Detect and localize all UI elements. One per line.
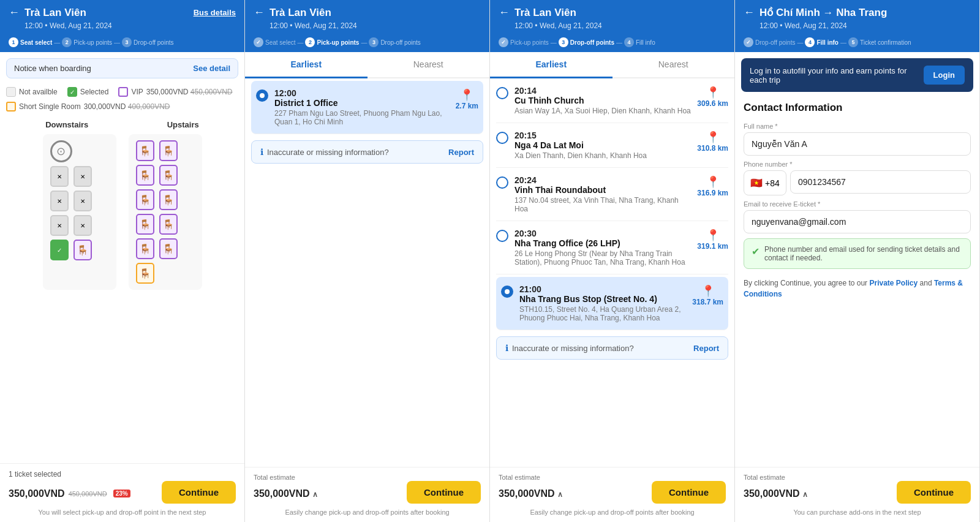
autofill-banner: Log in to autofill your info and earn po…: [741, 58, 973, 92]
seat-d5[interactable]: ✕: [50, 215, 69, 236]
pickup-time-0: 12:00: [274, 88, 450, 98]
step-pickup: 2 Pick-up points: [62, 37, 112, 47]
back-button-2[interactable]: ←: [254, 6, 265, 19]
radio-selected: [256, 89, 268, 102]
login-button[interactable]: Login: [924, 66, 965, 85]
tab-nearest-2[interactable]: Nearest: [368, 52, 490, 78]
panel3-body: Earliest Nearest 20:14 Cu Thinh Church A…: [490, 52, 734, 467]
dropoff-item-3[interactable]: 20:30 Nha Trang Office (26 LHP) 26 Le Ho…: [496, 221, 728, 274]
back-button-4[interactable]: ←: [744, 6, 755, 19]
info-icon-2: ℹ: [260, 147, 263, 157]
dropoff-item-1[interactable]: 20:15 Nga 4 Da Lat Moi Xa Dien Thanh, Di…: [496, 123, 728, 168]
pin-icon-0: 📍: [460, 88, 473, 102]
full-name-field: Full name *: [744, 123, 971, 156]
check-icon: ✔: [752, 246, 760, 257]
panel4-title: Hồ Chí Minh → Nha Trang: [760, 6, 887, 19]
radio-2: [496, 176, 508, 189]
panel3-title: Trà Lan Viên: [514, 7, 576, 19]
bus-details-link[interactable]: Bus details: [194, 8, 236, 17]
steps-bar: 1 Seat select — 2 Pick-up points — 3 Dro…: [9, 34, 236, 52]
step-seat-select: 1 Seat select: [9, 37, 52, 47]
panel-pickup: ← Trà Lan Viên 12:00 • Wed, Aug 21, 2024…: [245, 0, 490, 522]
seat-u3[interactable]: 🪑: [136, 165, 154, 186]
dropoff-tabs: Earliest Nearest: [490, 52, 734, 78]
seat-u9[interactable]: 🪑: [136, 238, 154, 259]
pin-icon-d0: 📍: [706, 86, 720, 99]
seat-u7[interactable]: 🪑: [136, 214, 154, 235]
seat-u6[interactable]: 🪑: [159, 189, 178, 210]
panel4-header: ← Hồ Chí Minh → Nha Trang 12:00 • Wed, A…: [735, 0, 979, 52]
panel4-footer: Total estimate 350,000VND ∧ Continue You…: [735, 467, 979, 522]
continue-button-2[interactable]: Continue: [407, 481, 481, 504]
back-button-3[interactable]: ←: [499, 6, 510, 19]
seat-d7-selected[interactable]: ✓: [50, 240, 69, 260]
inaccurate-banner-3: ℹ Inaccurate or missing information? Rep…: [496, 336, 728, 360]
dropoff-item-2[interactable]: 20:24 Vinh Thai Roundabout 137 No.04 str…: [496, 168, 728, 221]
total-label-4: Total estimate: [744, 474, 971, 481]
report-link-3[interactable]: Report: [693, 344, 719, 353]
seat-d1[interactable]: ✕: [50, 166, 69, 187]
panel2-body: Earliest Nearest 12:00 District 1 Office…: [245, 52, 489, 467]
continue-button-1[interactable]: Continue: [162, 481, 236, 504]
discount-badge: 23%: [113, 490, 130, 497]
tab-nearest-3[interactable]: Nearest: [612, 52, 735, 78]
steering-wheel: ⊙: [50, 140, 72, 162]
footer-price-2: 350,000VND ∧: [254, 488, 318, 499]
step2-pickup: 2 Pick-up points: [305, 37, 359, 47]
dropoff-item-4[interactable]: 21:00 Nha Trang Bus Stop (Street No. 4) …: [496, 277, 728, 330]
continue-button-4[interactable]: Continue: [897, 481, 971, 504]
step-dropoff: 3 Drop-off points: [122, 37, 173, 47]
seat-u1[interactable]: 🪑: [136, 140, 154, 161]
full-name-input[interactable]: [744, 132, 971, 156]
footer-hint-1: You will select pick-up and drop-off poi…: [9, 509, 236, 516]
steps-bar-2: ✓ Seat select — 2 Pick-up points — 3 Dro…: [254, 34, 481, 52]
ticket-count: 1 ticket selected: [9, 470, 61, 478]
tab-earliest-3[interactable]: Earliest: [490, 52, 612, 78]
footer-hint-4: You can purchase add-ons in the next ste…: [744, 509, 971, 516]
steps-bar-4: ✓ Drop-off points — 4 Fill info — 5 Tick…: [744, 34, 971, 52]
pin-icon-d3: 📍: [706, 229, 720, 242]
seat-u2[interactable]: 🪑: [159, 140, 178, 161]
seat-u5[interactable]: 🪑: [136, 189, 154, 210]
inaccurate-banner-2: ℹ Inaccurate or missing information? Rep…: [251, 140, 483, 164]
upstairs-floor: 🪑 🪑 🪑 🪑 🪑 🪑 🪑 🪑: [129, 134, 202, 290]
seat-u10[interactable]: 🪑: [159, 238, 178, 259]
panel4-subtitle: 12:00 • Wed, Aug 21, 2024: [760, 21, 971, 30]
notice-banner: Notice when boarding See detail: [6, 58, 238, 78]
private-policy-link[interactable]: Private Policy: [869, 279, 918, 287]
step2-dropoff: 3 Drop-off points: [369, 37, 420, 47]
confirm-banner: ✔ Phone number and email used for sendin…: [744, 238, 971, 269]
pickup-list: 12:00 District 1 Office 227 Pham Ngu Lao…: [245, 81, 489, 134]
panel3-subtitle: 12:00 • Wed, Aug 21, 2024: [514, 21, 726, 30]
pickup-distance-0: 2.7 km: [456, 102, 478, 110]
seat-u8[interactable]: 🪑: [159, 214, 178, 235]
see-detail-link[interactable]: See detail: [193, 64, 230, 73]
seat-d6[interactable]: ✕: [74, 215, 92, 236]
panel3-header: ← Trà Lan Viên 12:00 • Wed, Aug 21, 2024…: [490, 0, 734, 52]
phone-input[interactable]: [790, 170, 971, 194]
pickup-item-0[interactable]: 12:00 District 1 Office 227 Pham Ngu Lao…: [251, 81, 483, 134]
step3-dropoff: 3 Drop-off points: [559, 37, 614, 47]
panel2-subtitle: 12:00 • Wed, Aug 21, 2024: [270, 21, 481, 30]
radio-4-filled: [501, 286, 513, 298]
report-link-2[interactable]: Report: [448, 148, 474, 157]
tab-earliest-2[interactable]: Earliest: [245, 52, 368, 78]
seat-d2[interactable]: ✕: [74, 166, 92, 187]
dropoff-item-0[interactable]: 20:14 Cu Thinh Church Asian Way 1A, Xa S…: [496, 78, 728, 123]
footer-hint-3: Easily change pick-up and drop-off point…: [499, 509, 726, 516]
seat-u4[interactable]: 🪑: [159, 165, 178, 186]
phone-prefix[interactable]: 🇻🇳 +84: [744, 170, 786, 195]
legend-short-single: Short Single Room 300,000VND 400,000VND: [6, 102, 170, 112]
continue-button-3[interactable]: Continue: [652, 481, 726, 504]
legend-vip: VIP 350,000VND 450,000VND: [118, 87, 232, 97]
legend-not-available: Not availble: [6, 87, 58, 97]
step2-seat: ✓ Seat select: [254, 37, 295, 47]
seat-u11-short[interactable]: 🪑: [136, 263, 154, 284]
back-button[interactable]: ←: [9, 6, 20, 19]
seat-d3[interactable]: ✕: [50, 191, 69, 211]
email-input[interactable]: [744, 210, 971, 233]
downstairs-floor: ⊙ ✕ ✕ ✕ ✕ ✕ ✕ ✓: [43, 134, 116, 290]
seat-d8[interactable]: 🪑: [74, 240, 92, 260]
phone-field: Phone number * 🇻🇳 +84: [744, 161, 971, 195]
seat-d4[interactable]: ✕: [74, 191, 92, 211]
